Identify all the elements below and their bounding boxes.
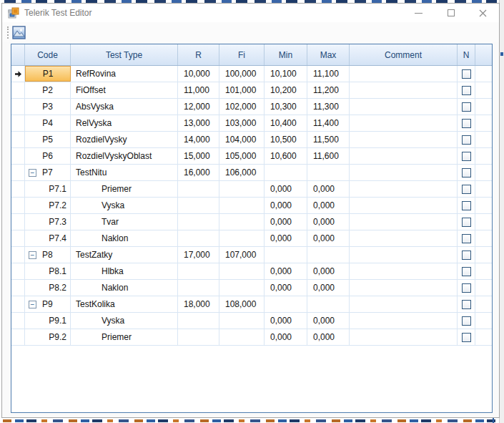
n-cell[interactable] — [458, 230, 475, 246]
fi-cell[interactable] — [219, 214, 265, 230]
n-cell[interactable] — [458, 181, 475, 197]
row-header-cell[interactable] — [11, 247, 25, 263]
max-cell[interactable]: 0,000 — [307, 280, 350, 296]
r-cell[interactable]: 10,000 — [178, 66, 219, 82]
maximize-button[interactable] — [435, 4, 467, 22]
test-type-cell[interactable]: RozdielVyskyOblast — [71, 148, 178, 164]
image-button[interactable] — [11, 25, 26, 40]
r-cell[interactable]: 11,000 — [178, 82, 219, 98]
code-cell[interactable]: P8.2 — [25, 280, 71, 296]
n-cell[interactable] — [458, 280, 475, 296]
n-checkbox[interactable] — [462, 333, 471, 342]
column-header-r[interactable]: R — [178, 44, 219, 65]
n-cell[interactable] — [458, 247, 475, 263]
test-type-cell[interactable]: Naklon — [71, 280, 178, 296]
code-cell[interactable]: P3 — [25, 99, 71, 115]
comment-cell[interactable] — [350, 82, 458, 98]
n-checkbox[interactable] — [462, 152, 471, 161]
min-cell[interactable]: 0,000 — [265, 280, 307, 296]
max-cell[interactable]: 0,000 — [307, 263, 350, 279]
n-cell[interactable] — [458, 66, 475, 82]
min-cell[interactable]: 10,500 — [265, 132, 307, 147]
r-cell[interactable] — [178, 198, 219, 213]
code-cell[interactable]: −P9 — [25, 296, 71, 312]
collapse-button[interactable]: − — [29, 169, 36, 177]
r-cell[interactable] — [178, 230, 219, 246]
column-header-n[interactable]: N — [458, 44, 475, 65]
max-cell[interactable]: 0,000 — [307, 329, 350, 345]
code-cell[interactable]: P9.1 — [25, 313, 71, 329]
code-cell[interactable]: P7.1 — [25, 181, 71, 197]
code-cell[interactable]: P9.2 — [25, 329, 71, 345]
n-checkbox[interactable] — [462, 86, 471, 95]
fi-cell[interactable] — [219, 198, 265, 213]
r-cell[interactable] — [178, 280, 219, 296]
close-button[interactable] — [467, 4, 499, 22]
comment-cell[interactable] — [350, 263, 458, 279]
min-cell[interactable]: 0,000 — [265, 198, 307, 213]
min-cell[interactable]: 0,000 — [265, 230, 307, 246]
n-checkbox[interactable] — [462, 218, 471, 227]
n-checkbox[interactable] — [462, 69, 471, 79]
r-cell[interactable]: 13,000 — [178, 115, 219, 131]
test-type-cell[interactable]: TestNitu — [71, 165, 178, 180]
comment-cell[interactable] — [350, 214, 458, 230]
code-cell[interactable]: P6 — [25, 148, 71, 164]
code-cell[interactable]: P7.3 — [25, 214, 71, 230]
comment-cell[interactable] — [350, 329, 458, 345]
max-cell[interactable]: 0,000 — [307, 181, 350, 197]
n-cell[interactable] — [458, 82, 475, 98]
r-cell[interactable]: 16,000 — [178, 165, 219, 180]
collapse-button[interactable]: − — [29, 301, 36, 308]
n-cell[interactable] — [458, 263, 475, 279]
comment-cell[interactable] — [350, 313, 458, 329]
r-cell[interactable] — [178, 263, 219, 279]
fi-cell[interactable] — [219, 313, 265, 329]
comment-cell[interactable] — [350, 181, 458, 197]
code-cell[interactable]: P4 — [25, 115, 71, 131]
r-cell[interactable] — [178, 313, 219, 329]
row-header-cell[interactable] — [11, 148, 25, 164]
n-checkbox[interactable] — [462, 251, 471, 260]
test-type-cell[interactable]: RozdielVysky — [71, 132, 178, 147]
n-checkbox[interactable] — [462, 168, 471, 178]
test-type-cell[interactable]: Hlbka — [71, 263, 178, 279]
max-cell[interactable]: 11,600 — [307, 148, 350, 164]
r-cell[interactable]: 14,000 — [178, 132, 219, 147]
min-cell[interactable] — [265, 247, 307, 263]
n-cell[interactable] — [458, 99, 475, 115]
comment-cell[interactable] — [350, 247, 458, 263]
fi-cell[interactable] — [219, 230, 265, 246]
max-cell[interactable] — [307, 296, 350, 312]
row-header-cell[interactable] — [11, 280, 25, 296]
min-cell[interactable] — [265, 165, 307, 180]
max-cell[interactable]: 11,300 — [307, 99, 350, 115]
r-cell[interactable]: 17,000 — [178, 247, 219, 263]
min-cell[interactable]: 0,000 — [265, 214, 307, 230]
code-cell[interactable]: P2 — [25, 82, 71, 98]
test-type-cell[interactable]: TestKolika — [71, 296, 178, 312]
min-cell[interactable]: 10,300 — [265, 99, 307, 115]
n-cell[interactable] — [458, 115, 475, 131]
comment-cell[interactable] — [350, 198, 458, 213]
max-cell[interactable]: 11,200 — [307, 82, 350, 98]
comment-cell[interactable] — [350, 66, 458, 82]
r-cell[interactable]: 15,000 — [178, 148, 219, 164]
row-header-cell[interactable] — [11, 230, 25, 246]
max-cell[interactable]: 11,400 — [307, 115, 350, 131]
toolbar-grip[interactable] — [7, 26, 9, 39]
row-header-cell[interactable] — [11, 214, 25, 230]
code-cell[interactable]: P7.4 — [25, 230, 71, 246]
test-type-cell[interactable]: AbsVyska — [71, 99, 178, 115]
n-checkbox[interactable] — [462, 283, 471, 293]
test-type-cell[interactable]: Vyska — [71, 313, 178, 329]
row-header-cell[interactable] — [11, 99, 25, 115]
fi-cell[interactable]: 105,000 — [219, 148, 265, 164]
column-header-comment[interactable]: Comment — [350, 44, 458, 65]
row-header-cell[interactable] — [11, 263, 25, 279]
max-cell[interactable] — [307, 247, 350, 263]
comment-cell[interactable] — [350, 115, 458, 131]
row-header-cell[interactable] — [11, 165, 25, 180]
fi-cell[interactable]: 100,000 — [219, 66, 265, 82]
collapse-button[interactable]: − — [29, 251, 36, 259]
